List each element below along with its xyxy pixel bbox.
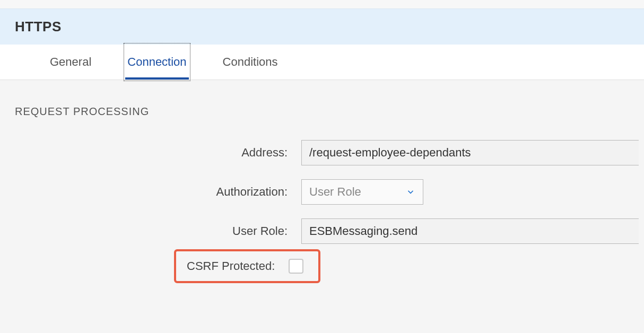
page-title: HTTPS (15, 19, 629, 35)
tab-connection[interactable]: Connection (125, 45, 188, 80)
csrf-label: CSRF Protected: (187, 259, 289, 273)
tab-general[interactable]: General (48, 45, 93, 80)
tab-conditions[interactable]: Conditions (221, 45, 280, 80)
top-spacer (0, 0, 644, 8)
form-grid: Address: Authorization: User Role User R… (15, 140, 639, 244)
section-title: REQUEST PROCESSING (15, 106, 639, 118)
csrf-highlight-box: CSRF Protected: (174, 249, 320, 283)
tab-strip: General Connection Conditions (0, 45, 644, 80)
csrf-checkbox[interactable] (289, 259, 303, 274)
header-bar: HTTPS (0, 8, 644, 45)
address-label: Address: (15, 146, 301, 160)
user-role-label: User Role: (15, 224, 301, 238)
content-area: REQUEST PROCESSING Address: Authorizatio… (0, 80, 644, 304)
authorization-value: User Role (309, 185, 361, 199)
chevron-down-icon (406, 187, 415, 197)
authorization-dropdown[interactable]: User Role (301, 179, 423, 205)
address-input[interactable] (301, 140, 639, 165)
authorization-label: Authorization: (15, 185, 301, 199)
user-role-input[interactable] (301, 218, 639, 244)
